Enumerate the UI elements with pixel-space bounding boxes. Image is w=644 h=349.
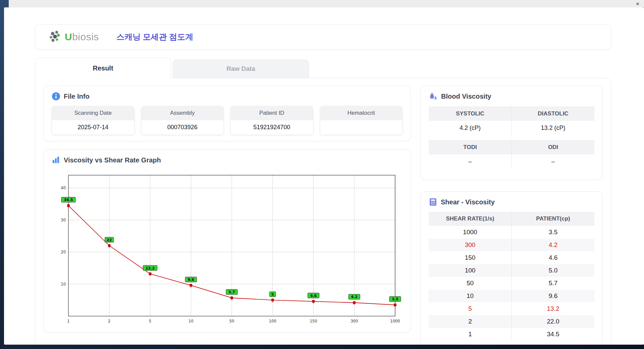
svg-text:5: 5	[149, 319, 151, 323]
svg-text:10: 10	[61, 282, 66, 287]
svg-text:10: 10	[189, 319, 194, 323]
viscosity-shear-chart: 102030401251050100150300100034.52213.29.…	[52, 168, 402, 326]
shear-table-row: 10003.5	[429, 226, 594, 239]
svg-text:22: 22	[107, 238, 112, 242]
file-info-title: File Info	[64, 93, 90, 100]
field-scanning-date: Scanning Date 2025-07-14	[52, 106, 135, 135]
odi-value: –	[512, 154, 594, 169]
shear-table-header: SHEAR RATE(1/s) PATIENT(cp)	[429, 212, 594, 226]
shear-rate-cell: 300	[429, 239, 512, 251]
shear-table-row: 222.0	[429, 315, 594, 328]
field-value	[320, 120, 402, 134]
svg-text:50: 50	[229, 319, 234, 323]
svg-text:5: 5	[271, 292, 274, 297]
shear-table-row: 505.7	[429, 277, 594, 290]
info-icon	[52, 92, 60, 101]
patient-viscosity-cell: 9.6	[512, 290, 594, 302]
svg-text:13.2: 13.2	[146, 266, 155, 270]
svg-text:4.6: 4.6	[310, 294, 317, 298]
shear-rate-cell: 150	[429, 251, 512, 264]
svg-text:34.5: 34.5	[64, 198, 73, 202]
svg-text:5.7: 5.7	[228, 290, 235, 294]
patient-viscosity-cell: 5.0	[512, 264, 594, 277]
field-label: Assembly	[142, 106, 224, 120]
todi-label: TODI	[429, 140, 512, 154]
window-titlebar: ×	[9, 0, 644, 7]
svg-text:3.5: 3.5	[392, 297, 398, 301]
svg-text:20: 20	[61, 250, 66, 254]
file-info-card: File Info Scanning Date 2025-07-14 Assem…	[43, 86, 411, 141]
patient-viscosity-cell: 34.5	[512, 328, 594, 341]
shear-rate-cell: 10	[429, 290, 512, 302]
patient-viscosity-cell: 13.2	[512, 302, 594, 315]
shear-table-row: 3004.2	[429, 239, 594, 251]
close-icon[interactable]: ×	[636, 1, 639, 7]
logo-text: Ubiosis	[65, 31, 99, 43]
blood-viscosity-title: Blood Viscosity	[441, 93, 491, 100]
svg-text:9.6: 9.6	[188, 278, 195, 282]
odi-label: ODI	[512, 140, 594, 154]
svg-text:40: 40	[61, 186, 66, 190]
svg-text:100: 100	[269, 319, 276, 323]
viscosity-graph-card: Viscosity vs Shear Rate Graph 1020304012…	[43, 149, 411, 333]
shear-viscosity-table: SHEAR RATE(1/s) PATIENT(cp) 10003.53004.…	[429, 212, 594, 341]
app-header: Ubiosis 스캐닝 모세관 점도계	[35, 24, 611, 50]
svg-text:150: 150	[310, 319, 317, 323]
blood-viscosity-grid: SYSTOLIC DIASTOLIC 4.2 (cP) 13.2 (cP) TO…	[429, 106, 594, 169]
field-assembly: Assembly 000703926	[141, 106, 224, 135]
svg-text:1000: 1000	[390, 319, 400, 323]
shear-rate-cell: 2	[429, 315, 512, 328]
shear-viscosity-card: Shear - Viscosity SHEAR RATE(1/s) PATIEN…	[420, 191, 603, 345]
svg-text:2: 2	[108, 319, 110, 323]
tab-raw-data[interactable]: Raw Data	[173, 59, 309, 78]
file-info-fields: Scanning Date 2025-07-14 Assembly 000703…	[52, 106, 402, 135]
shear-rate-column-header: SHEAR RATE(1/s)	[429, 212, 512, 226]
shear-rate-cell: 1	[429, 328, 512, 341]
systolic-value: 4.2 (cP)	[429, 121, 512, 135]
systolic-label: SYSTOLIC	[429, 106, 512, 121]
patient-viscosity-cell: 3.5	[512, 226, 594, 239]
calculator-icon	[429, 198, 437, 206]
field-label: Hematocrit	[320, 106, 402, 120]
svg-text:300: 300	[351, 319, 358, 323]
shear-rate-cell: 50	[429, 277, 512, 290]
field-patient-id: Patient ID 51921924700	[230, 106, 313, 135]
svg-text:30: 30	[61, 218, 66, 222]
tab-result[interactable]: Result	[35, 58, 171, 78]
patient-viscosity-cell: 4.2	[512, 239, 594, 251]
shear-table-row: 513.2	[429, 302, 594, 315]
field-hematocrit: Hematocrit	[320, 106, 403, 135]
shear-rate-cell: 5	[429, 302, 512, 315]
field-value: 000703926	[142, 120, 224, 135]
diastolic-value: 13.2 (cP)	[512, 121, 594, 135]
patient-column-header: PATIENT(cp)	[512, 212, 594, 226]
shear-rate-cell: 1000	[429, 226, 512, 239]
svg-text:1: 1	[67, 319, 69, 323]
shear-viscosity-title: Shear - Viscosity	[441, 198, 495, 206]
droplets-icon	[429, 92, 438, 101]
shear-rate-cell: 100	[429, 264, 512, 277]
patient-viscosity-cell: 4.6	[512, 251, 594, 264]
blood-viscosity-card: Blood Viscosity SYSTOLIC DIASTOLIC 4.2 (…	[420, 86, 603, 180]
patient-viscosity-cell: 5.7	[512, 277, 594, 290]
field-label: Patient ID	[231, 106, 313, 120]
svg-text:4.2: 4.2	[351, 295, 358, 299]
shear-table-row: 1005.0	[429, 264, 594, 277]
field-value: 2025-07-14	[52, 120, 134, 135]
diastolic-label: DIASTOLIC	[512, 106, 594, 121]
shear-table-row: 1504.6	[429, 251, 594, 264]
shear-table-row: 109.6	[429, 290, 594, 302]
viscosity-chart: 102030401251050100150300100034.52213.29.…	[52, 168, 402, 326]
app-window: Ubiosis 스캐닝 모세관 점도계 Result Raw Data	[4, 7, 644, 345]
field-label: Scanning Date	[52, 106, 134, 120]
page-title: 스캐닝 모세관 점도계	[116, 32, 193, 42]
field-value: 51921924700	[231, 120, 313, 135]
tab-bar: Result Raw Data	[35, 58, 611, 78]
shear-table-row: 134.5	[429, 328, 594, 341]
patient-viscosity-cell: 22.0	[512, 315, 594, 328]
todi-value: –	[429, 154, 512, 169]
shear-table-body: 10003.53004.21504.61005.0505.7109.6513.2…	[429, 226, 594, 341]
ubiosis-logo-icon	[48, 30, 63, 44]
bar-chart-icon	[52, 156, 60, 164]
result-panel: File Info Scanning Date 2025-07-14 Assem…	[35, 78, 611, 345]
